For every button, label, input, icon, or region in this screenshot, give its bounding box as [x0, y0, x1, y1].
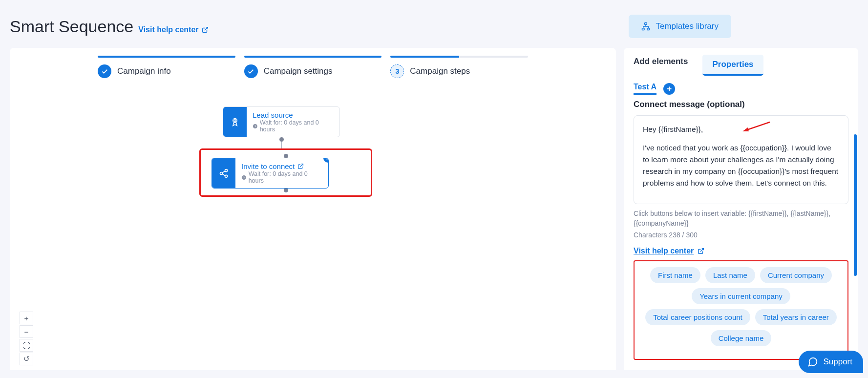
- add-test-variant-button[interactable]: +: [663, 83, 675, 95]
- section-title: Connect message (optional): [634, 100, 848, 109]
- annotation-arrow-icon: [741, 121, 771, 132]
- zoom-fit-button[interactable]: ⛶: [20, 339, 33, 352]
- node-invite-to-connect[interactable]: ✕ Invite to connect Wait for: 0 days and…: [212, 158, 329, 189]
- clock-icon: [241, 175, 247, 180]
- support-label: Support: [823, 357, 852, 367]
- svg-line-16: [700, 249, 703, 252]
- variable-chip-total-years[interactable]: Total years in career: [755, 309, 837, 325]
- connector-dot: [284, 188, 288, 192]
- variable-hint: Click buttons below to insert variable: …: [634, 209, 848, 228]
- svg-rect-1: [644, 23, 647, 25]
- tab-add-elements[interactable]: Add elements: [634, 57, 688, 76]
- node-wait-text: Wait for: 0 days and 0 hours: [249, 170, 322, 184]
- svg-point-7: [225, 169, 228, 171]
- svg-line-12: [300, 164, 303, 167]
- external-link-icon: [202, 26, 209, 33]
- variable-chip-current-company[interactable]: Current company: [760, 267, 832, 283]
- page-header: Smart Sequence Visit help center Templat…: [0, 0, 868, 48]
- svg-rect-2: [642, 28, 644, 30]
- svg-point-4: [233, 118, 237, 122]
- svg-line-10: [222, 171, 225, 173]
- step-label: Campaign steps: [410, 66, 470, 76]
- message-body: I've noticed that you work as {{occupati…: [643, 142, 839, 189]
- svg-line-0: [204, 27, 207, 30]
- checkmark-icon: [244, 64, 258, 78]
- checkmark-icon: [98, 64, 111, 78]
- node-title-text: Invite to connect: [241, 162, 295, 170]
- properties-panel: Add elements Properties Test A + Connect…: [624, 48, 858, 370]
- flow-canvas-content: Lead source Wait for: 0 days and 0 hours: [223, 106, 360, 195]
- clock-icon: [253, 124, 258, 129]
- node-title: Invite to connect: [241, 162, 322, 170]
- svg-point-8: [220, 172, 223, 174]
- ab-test-tab[interactable]: Test A: [634, 83, 656, 95]
- tab-properties[interactable]: Properties: [702, 55, 763, 76]
- svg-point-9: [225, 175, 228, 177]
- character-counter: Characters 238 / 300: [634, 231, 848, 239]
- svg-rect-3: [647, 28, 650, 30]
- panel-help-link[interactable]: Visit help center: [634, 247, 848, 255]
- svg-line-14: [745, 122, 770, 130]
- connect-message-input[interactable]: Hey {{firstName}}, I've noticed that you…: [634, 115, 848, 204]
- svg-marker-15: [742, 127, 749, 131]
- svg-point-5: [234, 119, 236, 121]
- step-progress-bar: [98, 56, 235, 58]
- node-wait-text: Wait for: 0 days and 0 hours: [260, 119, 334, 133]
- share-icon: [212, 158, 235, 188]
- flow-connector: [248, 137, 315, 148]
- page-title: Smart Sequence: [10, 17, 133, 36]
- sequence-canvas[interactable]: Campaign info Campaign settings 3 Campai…: [10, 48, 616, 370]
- step-label: Campaign settings: [264, 66, 333, 76]
- node-lead-source[interactable]: Lead source Wait for: 0 days and 0 hours: [223, 106, 340, 137]
- step-campaign-info[interactable]: Campaign info: [98, 56, 235, 78]
- chat-icon: [807, 357, 818, 367]
- svg-line-11: [222, 174, 225, 176]
- node-title: Lead source: [253, 111, 334, 119]
- templates-library-button[interactable]: Templates library: [629, 15, 732, 38]
- step-campaign-settings[interactable]: Campaign settings: [244, 56, 382, 78]
- external-link-icon: [698, 248, 704, 254]
- step-progress-bar: [390, 56, 528, 58]
- step-label: Campaign info: [117, 66, 171, 76]
- external-link-icon: [297, 163, 304, 169]
- variable-chip-college-name[interactable]: College name: [711, 330, 772, 346]
- node-subtitle: Wait for: 0 days and 0 hours: [241, 170, 322, 184]
- help-center-link-label: Visit help center: [138, 25, 198, 34]
- zoom-in-button[interactable]: +: [20, 312, 33, 324]
- variable-chip-last-name[interactable]: Last name: [705, 267, 755, 283]
- scrollbar[interactable]: [854, 134, 857, 276]
- zoom-out-button[interactable]: −: [20, 325, 33, 338]
- step-campaign-steps[interactable]: 3 Campaign steps: [390, 56, 528, 78]
- panel-help-link-label: Visit help center: [634, 247, 694, 255]
- variable-chip-career-positions[interactable]: Total career positions count: [645, 309, 750, 325]
- annotation-highlight: ✕ Invite to connect Wait for: 0 days and…: [199, 148, 372, 197]
- step-number-badge: 3: [390, 64, 404, 78]
- wizard-steps: Campaign info Campaign settings 3 Campai…: [10, 48, 616, 78]
- zoom-controls: + − ⛶ ↺: [20, 312, 33, 365]
- message-greeting: Hey {{firstName}},: [643, 124, 839, 135]
- templates-library-label: Templates library: [656, 21, 719, 31]
- sitemap-icon: [641, 22, 650, 31]
- badge-icon: [223, 107, 247, 137]
- step-progress-bar: [244, 56, 382, 58]
- help-center-link[interactable]: Visit help center: [138, 25, 208, 34]
- variable-chips-container: First name Last name Current company Yea…: [634, 260, 848, 360]
- panel-tabs: Add elements Properties: [624, 48, 858, 76]
- zoom-reset-button[interactable]: ↺: [20, 353, 33, 365]
- variable-chip-years-company[interactable]: Years in current company: [692, 288, 790, 304]
- node-subtitle: Wait for: 0 days and 0 hours: [253, 119, 334, 133]
- variable-chip-first-name[interactable]: First name: [650, 267, 700, 283]
- support-button[interactable]: Support: [799, 351, 863, 373]
